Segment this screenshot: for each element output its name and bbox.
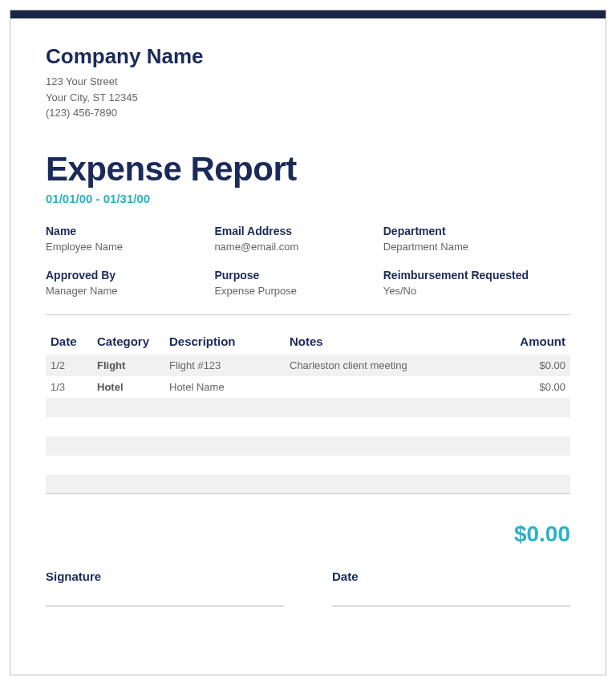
meta-value: Yes/No (383, 285, 570, 297)
table-gap-row (46, 456, 570, 475)
table-row: 1/2 Flight Flight #123 Charleston client… (46, 355, 570, 376)
col-description: Description (164, 328, 285, 355)
meta-value: Expense Purpose (214, 285, 370, 297)
table-gap-row (46, 417, 570, 436)
divider (46, 314, 570, 315)
cell-description: Flight #123 (164, 355, 285, 376)
company-phone: (123) 456-7890 (46, 105, 570, 121)
company-name: Company Name (46, 44, 570, 69)
top-accent-bar (10, 10, 606, 18)
meta-label: Name (46, 225, 201, 237)
cell-date: 1/2 (46, 355, 92, 376)
cell-notes: Charleston client meeting (285, 355, 498, 376)
document-body: Company Name 123 Your Street Your City, … (10, 18, 606, 622)
meta-name: Name Employee Name (46, 225, 201, 253)
total-amount: $0.00 (46, 521, 570, 547)
col-amount: Amount (498, 328, 570, 355)
cell-notes (285, 376, 498, 398)
report-date-range: 01/01/00 - 01/31/00 (46, 192, 570, 205)
meta-approved-by: Approved By Manager Name (46, 269, 201, 297)
cell-amount: $0.00 (498, 355, 570, 376)
table-row: 1/3 Hotel Hotel Name $0.00 (46, 376, 570, 398)
meta-label: Email Address (214, 225, 370, 237)
meta-value: name@email.com (214, 241, 370, 253)
signature-row: Signature Date (46, 569, 570, 606)
signature-label: Signature (46, 569, 284, 583)
table-empty-row (46, 475, 570, 494)
cell-date: 1/3 (46, 376, 92, 398)
signature-line (46, 606, 284, 606)
meta-label: Purpose (214, 269, 370, 282)
meta-value: Employee Name (46, 241, 201, 253)
table-header-row: Date Category Description Notes Amount (46, 328, 570, 355)
meta-label: Department (383, 225, 570, 237)
date-label: Date (332, 569, 570, 583)
col-notes: Notes (285, 328, 498, 355)
cell-category: Flight (92, 355, 164, 376)
signature-block: Signature (46, 569, 284, 606)
meta-label: Approved By (46, 269, 201, 282)
meta-value: Manager Name (46, 285, 201, 297)
table-bottom-divider (46, 494, 570, 513)
expense-table: Date Category Description Notes Amount 1… (46, 328, 570, 513)
meta-purpose: Purpose Expense Purpose (214, 269, 370, 297)
col-category: Category (92, 328, 164, 355)
table-empty-row (46, 398, 570, 417)
meta-reimbursement: Reimbursement Requested Yes/No (383, 269, 570, 297)
meta-value: Department Name (383, 241, 570, 253)
cell-amount: $0.00 (498, 376, 570, 398)
date-line (332, 606, 570, 606)
document-page: Company Name 123 Your Street Your City, … (10, 10, 606, 675)
meta-email: Email Address name@email.com (214, 225, 370, 253)
cell-description: Hotel Name (164, 376, 285, 398)
meta-grid: Name Employee Name Email Address name@em… (46, 225, 570, 297)
meta-label: Reimbursement Requested (383, 269, 570, 282)
company-street: 123 Your Street (46, 74, 570, 90)
report-title: Expense Report (46, 150, 570, 188)
company-city-state-zip: Your City, ST 12345 (46, 90, 570, 106)
cell-category: Hotel (92, 376, 164, 398)
table-empty-row (46, 436, 570, 456)
meta-department: Department Department Name (383, 225, 570, 253)
date-block: Date (332, 569, 570, 606)
col-date: Date (46, 328, 92, 355)
